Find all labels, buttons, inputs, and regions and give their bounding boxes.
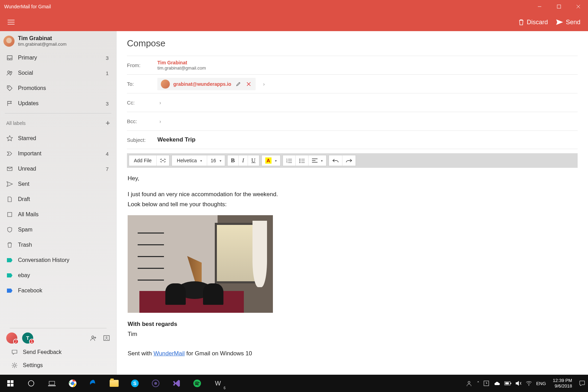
size-select[interactable]: 16 — [207, 155, 225, 166]
color-button[interactable]: A — [262, 155, 280, 166]
taskbar-app-explorer[interactable] — [104, 375, 125, 392]
bcc-label: Bcc: — [127, 118, 152, 124]
taskview-button[interactable] — [42, 375, 62, 392]
edit-icon[interactable] — [235, 81, 242, 88]
from-label: From: — [127, 62, 152, 68]
bullet-list-button[interactable] — [296, 155, 309, 166]
sidebar-item-draft[interactable]: Draft — [0, 192, 116, 207]
svg-point-24 — [299, 159, 300, 160]
sidebar-item-social[interactable]: Social 1 — [0, 65, 116, 81]
font-select[interactable]: Helvetica — [172, 155, 207, 166]
cortana-button[interactable] — [21, 375, 42, 392]
sidebar-item-spam[interactable]: Spam — [0, 222, 116, 237]
tray-update-icon[interactable] — [484, 381, 489, 386]
sidebar-item-allmails[interactable]: All Mails — [0, 207, 116, 222]
svg-point-47 — [468, 381, 470, 383]
taskbar-app-skype[interactable]: S — [125, 375, 145, 392]
sidebar-item-settings[interactable]: Settings — [5, 359, 111, 372]
window-minimize[interactable] — [530, 0, 549, 13]
send-button[interactable]: Send — [556, 19, 580, 26]
svg-point-8 — [10, 72, 12, 73]
add-file-button[interactable]: Add File — [129, 155, 157, 166]
sidebar-item-important[interactable]: Important4 — [0, 146, 116, 161]
sidebar-item-primary[interactable]: Primary 3 — [0, 50, 116, 65]
sidebar-item-trash[interactable]: Trash — [0, 237, 116, 253]
inbox-icon — [6, 55, 13, 61]
undo-button[interactable] — [329, 155, 342, 166]
body-image — [128, 215, 273, 313]
tray-notifications-icon[interactable] — [579, 380, 585, 386]
redo-button[interactable] — [342, 155, 356, 166]
account-avatar-1[interactable]: 2 — [6, 332, 17, 344]
tray-wifi-icon[interactable] — [526, 381, 532, 386]
svg-rect-11 — [8, 212, 12, 217]
sent-with-line: Sent with WunderMail for Gmail on Window… — [128, 349, 577, 358]
compose-body[interactable]: Hey, I just found an very nice accommoda… — [127, 168, 578, 365]
underline-button[interactable]: U — [248, 155, 259, 166]
taskbar-app-unknown1[interactable] — [145, 375, 166, 392]
subject-input[interactable] — [157, 136, 578, 143]
hamburger-menu[interactable] — [4, 15, 18, 29]
add-label-button[interactable]: + — [105, 119, 110, 128]
body-line: Hey, — [128, 174, 577, 183]
windows-taskbar: S W6 ˄ ENG 12:39 PM 9/6/2018 — [0, 375, 588, 392]
add-account-icon[interactable] — [90, 335, 97, 341]
taskbar-app-visualstudio[interactable] — [166, 375, 187, 392]
ordered-list-button[interactable]: 123 — [283, 155, 296, 166]
label-icon — [6, 288, 13, 293]
taskbar-app-chrome[interactable] — [62, 375, 83, 392]
account-header[interactable]: Tim Grabinat tim.grabinat@gmail.com — [0, 31, 116, 50]
window-close[interactable] — [569, 0, 588, 13]
sidebar-item-updates[interactable]: Updates 3 — [0, 96, 116, 111]
divider — [5, 113, 111, 113]
bold-button[interactable]: B — [228, 155, 239, 166]
gear-icon — [11, 362, 18, 368]
svg-point-14 — [106, 337, 107, 338]
taskbar-app-wundermail[interactable]: W6 — [208, 375, 228, 392]
cc-row[interactable]: Cc: › — [127, 93, 578, 112]
sidebar-item-unread[interactable]: Unread7 — [0, 161, 116, 176]
account-avatar-2[interactable]: T1 — [22, 332, 33, 344]
discard-button[interactable]: Discard — [518, 19, 548, 26]
tray-battery-icon[interactable] — [504, 381, 511, 385]
link-button[interactable] — [157, 155, 169, 166]
signature-regards: With best regards — [128, 320, 577, 329]
svg-rect-51 — [505, 382, 509, 384]
window-maximize[interactable] — [549, 0, 569, 13]
recipient-chip[interactable]: grabinat@wunderapps.io — [157, 78, 256, 90]
send-icon — [556, 19, 563, 25]
sidebar-item-feedback[interactable]: Send Feedback — [5, 346, 111, 359]
chevron-right-icon[interactable]: › — [159, 100, 161, 106]
sidebar-item-starred[interactable]: Starred — [0, 131, 116, 146]
tray-people-icon[interactable] — [467, 380, 473, 386]
important-icon — [6, 151, 13, 157]
from-row: From: Tim Grabinat tim.grabinat@gmail.co… — [127, 56, 578, 74]
account-avatars: 2 T1 — [5, 330, 111, 346]
chevron-right-icon[interactable]: › — [159, 119, 161, 124]
bcc-row[interactable]: Bcc: › — [127, 112, 578, 130]
chevron-right-icon[interactable]: › — [263, 81, 265, 87]
taskbar-app-spotify[interactable] — [187, 375, 208, 392]
tray-onedrive-icon[interactable] — [493, 381, 500, 386]
from-email: tim.grabinat@gmail.com — [157, 65, 206, 71]
taskbar-app-edge[interactable] — [83, 375, 104, 392]
sidebar-item-promotions[interactable]: Promotions — [0, 81, 116, 96]
sent-icon — [6, 181, 13, 187]
tray-clock[interactable]: 12:39 PM 9/6/2018 — [550, 378, 575, 389]
to-row[interactable]: To: grabinat@wunderapps.io › — [127, 74, 578, 93]
tray-chevron-icon[interactable]: ˄ — [477, 381, 479, 386]
svg-text:3: 3 — [286, 162, 287, 163]
tray-language[interactable]: ENG — [536, 381, 546, 386]
sidebar-item-ebay[interactable]: ebay — [0, 268, 116, 283]
svg-text:S: S — [133, 381, 136, 386]
accounts-icon[interactable] — [103, 335, 110, 341]
wundermail-link[interactable]: WunderMail — [154, 350, 185, 357]
start-button[interactable] — [0, 375, 21, 392]
sidebar-item-conversation-history[interactable]: Conversation History — [0, 253, 116, 268]
italic-button[interactable]: I — [239, 155, 248, 166]
align-button[interactable] — [309, 155, 326, 166]
remove-icon[interactable] — [245, 81, 252, 88]
sidebar-item-facebook[interactable]: Facebook — [0, 283, 116, 298]
sidebar-item-sent[interactable]: Sent — [0, 176, 116, 192]
tray-volume-icon[interactable] — [515, 381, 522, 386]
